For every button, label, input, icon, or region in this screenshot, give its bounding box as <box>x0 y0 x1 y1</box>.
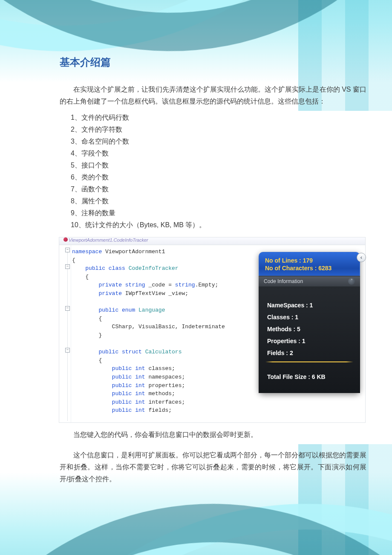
fold-toggle[interactable]: − <box>65 348 70 353</box>
stats-list-item: 1、文件的代码行数 <box>71 112 366 124</box>
panel-stat-row: NameSpaces : 1 <box>267 302 352 309</box>
stats-list: 1、文件的代码行数2、文件的字符数3、命名空间的个数4、字段个数5、接口个数6、… <box>71 112 366 231</box>
stats-list-item: 7、函数个数 <box>71 183 366 195</box>
intro-paragraph: 在实现这个扩展之前，让我们先弄清楚这个扩展实现什么功能。这个扩展实际上是在你的 … <box>60 84 366 107</box>
code-block: namespace ViewportAdornment1 { public cl… <box>72 248 254 415</box>
stats-list-item: 9、注释的数量 <box>71 207 366 219</box>
chars-count: No of Characters : 6283 <box>265 264 354 272</box>
panel-subheader[interactable]: Code Information ˄ <box>259 276 360 286</box>
fold-toggle[interactable]: − <box>65 264 70 269</box>
chevron-up-icon[interactable]: ˄ <box>348 278 355 285</box>
total-file-size: Total File Size : 6 KB <box>267 367 352 382</box>
panel-subtitle: Code Information <box>264 278 303 284</box>
panel-collapse-button[interactable]: ‹ <box>357 253 366 262</box>
panel-stat-row: Fields : 2 <box>267 350 352 356</box>
panel-stat-row: Methods : 5 <box>267 326 352 332</box>
embedded-screenshot: ViewportAdornment1.CodeInfoTracker − − −… <box>59 237 366 423</box>
panel-stat-row: Classes : 1 <box>267 314 352 321</box>
editor-tab-title: ViewportAdornment1.CodeInfoTracker <box>69 237 148 243</box>
stats-list-item: 10、统计文件的大小（Bytes, KB, MB 等）。 <box>71 219 366 231</box>
followup-paragraph-1: 当您键入您的代码，你会看到信息窗口中的数据会即时更新。 <box>60 429 366 441</box>
stats-list-item: 2、文件的字符数 <box>71 124 366 136</box>
stats-list-item: 3、命名空间的个数 <box>71 136 366 147</box>
stats-list-item: 8、属性个数 <box>71 195 366 207</box>
code-gutter: − − − − <box>59 245 71 422</box>
panel-header[interactable]: No of Lines : 179 No of Characters : 628… <box>259 252 360 276</box>
panel-stat-row: Properties : 1 <box>267 338 352 344</box>
followup-paragraph-2: 这个信息窗口，是利用可扩展面板。你可以把它看成两个部分，每一个部分都可以根据您的… <box>60 449 366 485</box>
pin-icon <box>63 237 68 242</box>
editor-tab: ViewportAdornment1.CodeInfoTracker <box>59 237 365 245</box>
panel-body: NameSpaces : 1Classes : 1Methods : 5Prop… <box>259 286 360 393</box>
section-heading: 基本介绍篇 <box>60 55 366 69</box>
stats-list-item: 6、类的个数 <box>71 171 366 183</box>
info-panel: ‹ No of Lines : 179 No of Characters : 6… <box>259 252 360 393</box>
fold-toggle[interactable]: − <box>65 248 70 252</box>
lines-count: No of Lines : 179 <box>265 257 354 264</box>
stats-list-item: 4、字段个数 <box>71 147 366 159</box>
stats-list-item: 5、接口个数 <box>71 159 366 171</box>
panel-separator <box>265 361 353 362</box>
fold-toggle[interactable]: − <box>65 306 70 311</box>
